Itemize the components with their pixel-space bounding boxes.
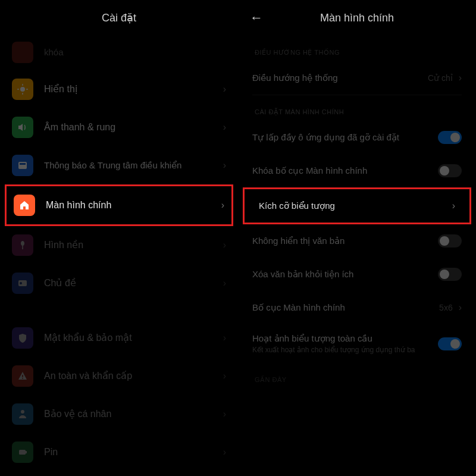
row-label: Không hiển thị văn bản — [252, 235, 438, 247]
settings-row-theme[interactable]: Chủ đề› — [0, 264, 238, 302]
svg-rect-6 — [20, 163, 26, 165]
toggle-switch[interactable] — [438, 234, 462, 248]
tulip-icon — [12, 234, 33, 256]
row-subtitle: Kết xuất hoạt ảnh cho biểu tượng ứng dụn… — [252, 346, 438, 355]
privacy-icon — [12, 403, 33, 425]
chevron-right-icon: › — [223, 240, 226, 250]
toggle-switch[interactable] — [438, 164, 462, 177]
svg-rect-7 — [23, 206, 26, 209]
svg-point-13 — [21, 410, 24, 414]
row-label: Tự lấp đầy ô ứng dụng đã gỡ cài đặt — [252, 131, 438, 143]
homescreen-settings-list: Tự lấp đầy ô ứng dụng đã gỡ cài đặtKhóa … — [238, 121, 476, 363]
speaker-icon — [12, 117, 33, 138]
row-label: Thông báo & Trung tâm điều khiển — [44, 159, 223, 171]
theme-icon — [12, 273, 33, 294]
settings-row-apps[interactable]: Ứng dụng› — [0, 471, 238, 476]
page-title: Cài đặt — [102, 11, 136, 24]
back-button[interactable]: ← — [250, 10, 263, 26]
settings-list: Hiển thị›Âm thanh & rung›Thông báo & Tru… — [0, 70, 238, 476]
homescreen-row-3[interactable]: Không hiển thị văn bản — [238, 224, 476, 258]
svg-rect-15 — [26, 451, 27, 453]
svg-point-0 — [20, 87, 25, 92]
page-title: Màn hình chính — [320, 12, 394, 24]
chevron-right-icon: › — [223, 333, 226, 343]
settings-row-panel[interactable]: Thông báo & Trung tâm điều khiển› — [0, 146, 238, 184]
row-label: Bảo vệ cá nhân — [44, 408, 223, 421]
chevron-right-icon: › — [223, 371, 226, 381]
header-right: ← Màn hình chính — [238, 0, 476, 36]
chevron-right-icon: › — [459, 73, 462, 83]
toggle-switch[interactable] — [438, 131, 462, 144]
row-label: An toàn và khẩn cấp — [44, 370, 223, 383]
homescreen-row-2[interactable]: Kích cỡ biểu tượng› — [245, 189, 469, 223]
homescreen-row-1[interactable]: Khóa bố cục Màn hình chính — [238, 154, 476, 187]
row-label: Âm thanh & rung — [44, 121, 223, 134]
settings-pane-right: ← Màn hình chính ĐIỀU HƯỚNG HỆ THỐNG Điề… — [238, 0, 476, 476]
toggle-switch[interactable] — [438, 268, 462, 281]
chevron-right-icon: › — [452, 201, 455, 211]
svg-point-10 — [20, 282, 22, 284]
alert-icon — [12, 365, 33, 387]
section-header-homescreen: CÀI ĐẶT MÀN HÌNH CHÍNH — [238, 95, 476, 121]
row-label: Màn hình chính — [46, 199, 221, 212]
row-system-navigation[interactable]: Điều hướng hệ thống Cử chỉ › — [238, 61, 476, 95]
sun-icon — [12, 79, 33, 100]
chevron-right-icon: › — [459, 302, 462, 313]
row-label: Pin — [44, 446, 223, 459]
row-label: Xóa văn bản khỏi tiện ích — [252, 268, 438, 280]
section-header-recent: GẦN ĐÂY — [238, 363, 476, 389]
settings-row-alert[interactable]: An toàn và khẩn cấp› — [0, 357, 238, 395]
svg-rect-12 — [22, 378, 23, 379]
section-header-system-nav: ĐIỀU HƯỚNG HỆ THỐNG — [238, 36, 476, 61]
panel-icon — [12, 155, 33, 176]
row-label: Bố cục Màn hình chính — [252, 302, 439, 314]
lock-icon — [12, 42, 33, 63]
row-label: Hình nền — [44, 239, 223, 252]
home-icon — [14, 195, 35, 216]
settings-row-tulip[interactable]: Hình nền› — [0, 226, 238, 264]
svg-rect-5 — [18, 162, 27, 169]
shield-icon — [12, 327, 33, 349]
row-label: Hiển thị — [44, 83, 223, 96]
row-value: 5x6 — [439, 303, 453, 312]
toggle-switch[interactable] — [438, 337, 462, 350]
row-label: Mật khẩu & bảo mật — [44, 332, 223, 345]
homescreen-row-0[interactable]: Tự lấp đầy ô ứng dụng đã gỡ cài đặt — [238, 121, 476, 154]
row-label: Khóa bố cục Màn hình chính — [252, 165, 438, 177]
chevron-right-icon: › — [223, 84, 226, 95]
homescreen-row-6[interactable]: Hoạt ảnh biểu tượng toàn cầuKết xuất hoạ… — [238, 324, 476, 363]
settings-row-sun[interactable]: Hiển thị› — [0, 70, 238, 108]
chevron-right-icon: › — [223, 278, 226, 289]
battery-icon — [12, 441, 33, 463]
svg-rect-14 — [19, 450, 26, 455]
chevron-right-icon: › — [223, 447, 226, 458]
cutoff-item-top: khóa — [0, 36, 238, 70]
homescreen-row-5[interactable]: Bố cục Màn hình chính5x6› — [238, 291, 476, 324]
homescreen-row-4[interactable]: Xóa văn bản khỏi tiện ích — [238, 258, 476, 291]
settings-pane-left: Cài đặt khóa Hiển thị›Âm thanh & rung›Th… — [0, 0, 238, 476]
row-label: Chủ đề — [44, 277, 223, 290]
header-left: Cài đặt — [0, 0, 238, 36]
settings-row-speaker[interactable]: Âm thanh & rung› — [0, 108, 238, 146]
settings-row-battery[interactable]: Pin› — [0, 433, 238, 471]
svg-rect-11 — [22, 375, 23, 377]
chevron-right-icon: › — [223, 160, 226, 171]
row-label: Kích cỡ biểu tượng — [259, 200, 452, 212]
row-label: Hoạt ảnh biểu tượng toàn cầuKết xuất hoạ… — [252, 333, 438, 355]
chevron-right-icon: › — [223, 409, 226, 419]
settings-row-shield[interactable]: Mật khẩu & bảo mật› — [0, 319, 238, 357]
chevron-right-icon: › — [223, 122, 226, 133]
chevron-right-icon: › — [221, 200, 224, 211]
settings-row-privacy[interactable]: Bảo vệ cá nhân› — [0, 395, 238, 433]
settings-row-home[interactable]: Màn hình chính› — [5, 184, 233, 226]
